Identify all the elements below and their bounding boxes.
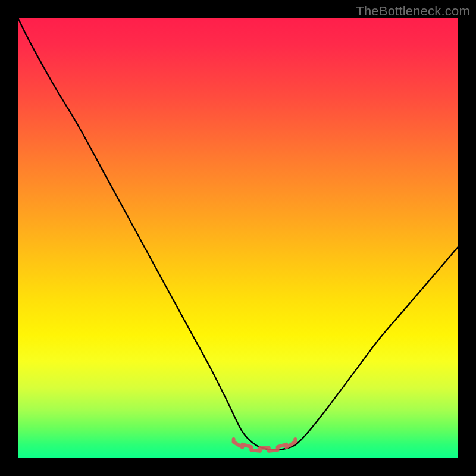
plot-area [18, 18, 458, 458]
curve-layer [18, 18, 458, 458]
chart-frame: TheBottleneck.com [0, 0, 476, 476]
bottleneck-curve [18, 18, 458, 450]
watermark-text: TheBottleneck.com [356, 4, 470, 19]
